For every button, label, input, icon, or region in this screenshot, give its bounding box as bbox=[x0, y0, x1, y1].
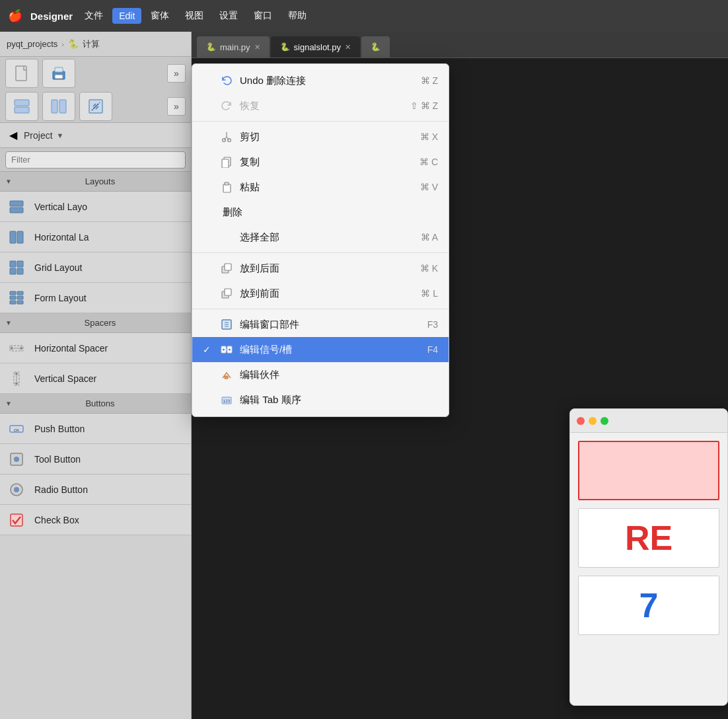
menu-item-edit-widgets[interactable]: 编辑窗口部件 F3 bbox=[192, 312, 449, 337]
tab-main-py[interactable]: 🐍 main.py ✕ bbox=[197, 36, 270, 57]
toolbar-row-1: » bbox=[0, 57, 191, 90]
menu-settings[interactable]: 设置 bbox=[213, 7, 244, 24]
redo-icon bbox=[220, 99, 233, 112]
menu-item-send-back[interactable]: 放到后面 ⌘ K bbox=[192, 256, 449, 281]
print-btn[interactable] bbox=[42, 59, 75, 88]
svg-marker-26 bbox=[20, 346, 23, 350]
menu-divider-3 bbox=[192, 309, 449, 309]
preview-window: RE 7 bbox=[569, 408, 728, 706]
horizontal-spacer-icon bbox=[7, 338, 26, 358]
svg-text:123: 123 bbox=[223, 398, 231, 403]
list-item-tool-button[interactable]: Tool Button bbox=[0, 444, 191, 474]
menu-window[interactable]: 窗口 bbox=[247, 7, 279, 24]
send-back-label: 放到后面 bbox=[240, 262, 279, 275]
traffic-light-maximize[interactable] bbox=[601, 417, 608, 425]
edit-signals-checkmark: ✓ bbox=[203, 344, 213, 355]
menu-item-edit-signals[interactable]: ✓ 编辑信号/槽 F4 bbox=[192, 337, 449, 362]
svg-rect-20 bbox=[17, 296, 23, 299]
tab-signalslot-py-icon: 🐍 bbox=[280, 42, 290, 52]
svg-point-36 bbox=[14, 487, 19, 492]
svg-rect-60 bbox=[225, 376, 228, 379]
edit-buddies-icon bbox=[220, 368, 233, 381]
svg-rect-17 bbox=[10, 291, 16, 295]
radio-button-icon bbox=[7, 480, 26, 500]
edit-signals-shortcut: F4 bbox=[427, 344, 438, 355]
tab-signalslot-py-label: signalslot.py bbox=[294, 42, 342, 52]
vertical-layout-icon bbox=[7, 197, 26, 217]
svg-rect-13 bbox=[10, 261, 16, 267]
menu-view[interactable]: 视图 bbox=[178, 7, 210, 24]
menu-window-form[interactable]: 窗体 bbox=[144, 7, 176, 24]
horizontal-layout-label: Horizontal La bbox=[34, 232, 89, 243]
tab-extra-icon: 🐍 bbox=[371, 42, 381, 52]
menu-help[interactable]: 帮助 bbox=[281, 7, 313, 24]
tab-signalslot-py-close[interactable]: ✕ bbox=[345, 43, 351, 52]
menu-file[interactable]: 文件 bbox=[78, 7, 110, 24]
tab-main-py-close[interactable]: ✕ bbox=[254, 43, 260, 52]
svg-rect-3 bbox=[55, 75, 63, 79]
list-item-grid-layout[interactable]: Grid Layout bbox=[0, 252, 191, 283]
list-item-vertical-spacer[interactable]: Vertical Spacer bbox=[0, 363, 191, 394]
menu-divider-2 bbox=[192, 252, 449, 253]
traffic-light-close[interactable] bbox=[577, 417, 585, 425]
traffic-light-minimize[interactable] bbox=[589, 417, 597, 425]
list-item-check-box[interactable]: Check Box bbox=[0, 505, 191, 535]
breadcrumb: pyqt_projects › 🐍 计算 bbox=[0, 32, 191, 57]
menu-item-select-all[interactable]: 选择全部 ⌘ A bbox=[192, 225, 449, 250]
menu-item-bring-front[interactable]: 放到前面 ⌘ L bbox=[192, 281, 449, 306]
svg-rect-50 bbox=[225, 289, 231, 295]
menu-item-paste[interactable]: 粘贴 ⌘ V bbox=[192, 174, 449, 200]
panel-arrow[interactable]: ▼ bbox=[57, 132, 64, 139]
paste-icon bbox=[220, 180, 233, 194]
menu-item-edit-tab[interactable]: 123 编辑 Tab 顺序 bbox=[192, 387, 449, 412]
push-button-icon: OK bbox=[7, 419, 26, 439]
send-back-icon bbox=[220, 262, 233, 275]
tab-signalslot-py[interactable]: 🐍 signalslot.py ✕ bbox=[271, 36, 361, 57]
toolbar-row-2: » bbox=[0, 90, 191, 123]
preview-content: RE 7 bbox=[570, 433, 727, 643]
svg-rect-14 bbox=[17, 261, 23, 267]
filter-input[interactable] bbox=[5, 151, 186, 169]
category-spacers[interactable]: ▼ Spacers bbox=[0, 313, 191, 333]
toolbar-expand-1[interactable]: » bbox=[167, 64, 186, 83]
svg-rect-21 bbox=[10, 301, 16, 304]
apple-icon: 🍎 bbox=[8, 9, 22, 23]
list-item-radio-button[interactable]: Radio Button bbox=[0, 474, 191, 505]
menu-item-undo[interactable]: Undo 删除连接 ⌘ Z bbox=[192, 68, 449, 93]
sidebar: pyqt_projects › 🐍 计算 bbox=[0, 32, 192, 719]
tab-extra[interactable]: 🐍 bbox=[361, 36, 390, 57]
menu-item-edit-buddies[interactable]: 编辑伙伴 bbox=[192, 362, 449, 387]
list-item-form-layout[interactable]: Form Layout bbox=[0, 283, 191, 313]
layout-horizontal-btn[interactable] bbox=[42, 92, 75, 121]
toolbar-expand-2[interactable]: » bbox=[167, 97, 186, 116]
menu-item-redo[interactable]: 恢复 ⇧ ⌘ Z bbox=[192, 93, 449, 118]
menu-edit[interactable]: Edit bbox=[112, 8, 141, 24]
list-item-horizontal-spacer[interactable]: Horizontal Spacer bbox=[0, 333, 191, 363]
list-item-push-button[interactable]: OK Push Button bbox=[0, 414, 191, 444]
grid-layout-label: Grid Layout bbox=[34, 262, 82, 273]
check-box-icon bbox=[7, 510, 26, 530]
svg-point-58 bbox=[223, 349, 225, 351]
preview-7-box: 7 bbox=[578, 576, 719, 635]
layout-vertical-btn[interactable] bbox=[5, 92, 38, 121]
main-layout: pyqt_projects › 🐍 计算 bbox=[0, 32, 728, 719]
resize-btn[interactable] bbox=[79, 92, 112, 121]
category-buttons[interactable]: ▼ Buttons bbox=[0, 394, 191, 414]
list-item-horizontal-layout[interactable]: Horizontal La bbox=[0, 222, 191, 252]
svg-rect-22 bbox=[17, 301, 23, 304]
panel-collapse-btn[interactable]: ◀ bbox=[7, 129, 20, 142]
svg-rect-45 bbox=[223, 184, 231, 192]
tab-main-py-label: main.py bbox=[220, 42, 250, 52]
list-item-vertical-layout[interactable]: Vertical Layo bbox=[0, 192, 191, 222]
copy-label: 复制 bbox=[240, 156, 260, 169]
category-layouts[interactable]: ▼ Layouts bbox=[0, 172, 191, 192]
vertical-spacer-icon bbox=[7, 369, 26, 389]
menu-item-cut[interactable]: 剪切 ⌘ X bbox=[192, 124, 449, 149]
select-all-icon bbox=[220, 231, 233, 244]
preview-re-text: RE bbox=[625, 518, 673, 558]
new-file-btn[interactable] bbox=[5, 59, 38, 88]
menu-item-copy[interactable]: 复制 ⌘ C bbox=[192, 149, 449, 174]
menu-item-delete[interactable]: 删除 bbox=[192, 200, 449, 225]
svg-rect-19 bbox=[10, 296, 16, 299]
copy-shortcut: ⌘ C bbox=[419, 157, 438, 167]
